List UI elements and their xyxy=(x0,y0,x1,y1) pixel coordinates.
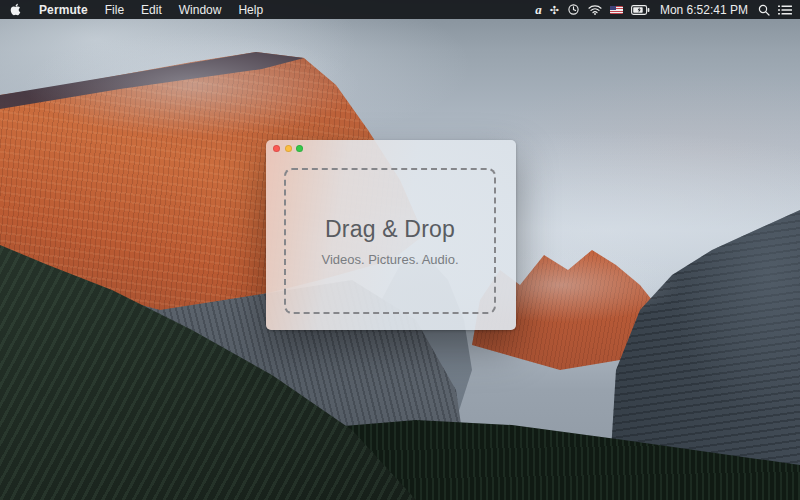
menu-help[interactable]: Help xyxy=(238,3,263,17)
battery-charging-icon[interactable] xyxy=(631,2,650,18)
menu-bar-status-area: a ✣ xyxy=(535,2,792,18)
menu-bar: Permute File Edit Window Help a ✣ xyxy=(0,0,800,19)
menu-app-name[interactable]: Permute xyxy=(39,3,88,17)
flag-canton xyxy=(610,6,616,11)
close-button[interactable] xyxy=(273,145,280,152)
permute-window: Drag & Drop Videos. Pictures. Audio. xyxy=(266,140,516,330)
spotlight-search-icon[interactable] xyxy=(758,2,770,18)
apple-menu[interactable] xyxy=(10,3,22,17)
menu-file[interactable]: File xyxy=(105,3,124,17)
dropzone-subtitle: Videos. Pictures. Audio. xyxy=(321,252,458,267)
apple-icon xyxy=(10,3,21,16)
minimize-button[interactable] xyxy=(285,145,292,152)
menu-window[interactable]: Window xyxy=(179,3,222,17)
dropzone-title: Drag & Drop xyxy=(325,216,455,243)
window-controls xyxy=(273,145,303,152)
wifi-icon[interactable] xyxy=(588,2,602,18)
fan-icon[interactable]: ✣ xyxy=(550,2,559,18)
menu-clock[interactable]: Mon 6:52:41 PM xyxy=(660,3,748,17)
drag-drop-zone[interactable]: Drag & Drop Videos. Pictures. Audio. xyxy=(284,168,496,314)
desktop: Permute File Edit Window Help a ✣ xyxy=(0,0,800,500)
notification-center-icon[interactable] xyxy=(778,2,792,18)
time-machine-icon[interactable] xyxy=(567,2,580,18)
atext-icon[interactable]: a xyxy=(535,2,542,18)
input-source-us-flag[interactable] xyxy=(610,6,623,14)
zoom-button[interactable] xyxy=(296,145,303,152)
menu-edit[interactable]: Edit xyxy=(141,3,162,17)
